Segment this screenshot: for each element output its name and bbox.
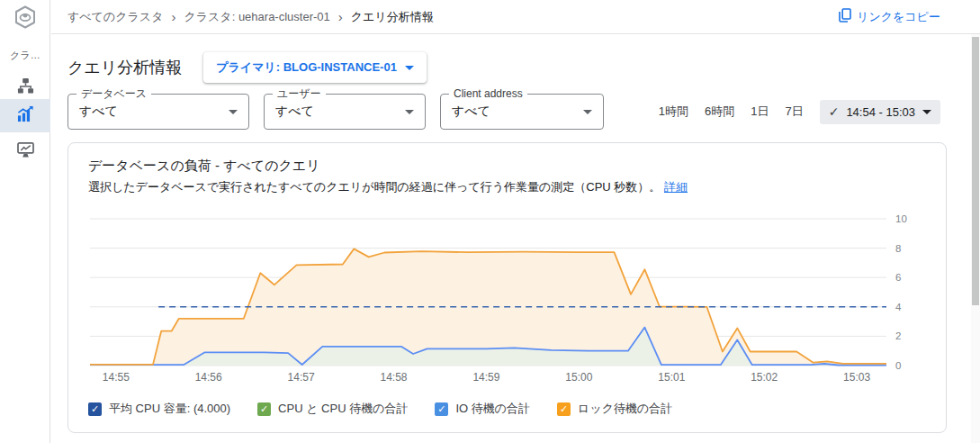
instance-selector-button[interactable]: プライマリ: BLOG-INSTANCE-01 [203, 52, 427, 83]
legend-label: CPU と CPU 待機の合計 [278, 401, 408, 417]
chevron-down-icon [405, 66, 414, 70]
user-filter-select[interactable]: ユーザー すべて [264, 94, 426, 130]
checkbox-checked-icon[interactable]: ✓ [88, 402, 102, 416]
custom-time-range-chip[interactable]: ✓ 14:54 - 15:03 [820, 100, 940, 124]
database-filter-select[interactable]: データベース すべて [67, 94, 249, 130]
sidebar-item-query-insights[interactable] [0, 99, 50, 132]
client-address-filter-value: すべて [452, 104, 490, 120]
monitoring-icon [17, 142, 34, 161]
sidebar-item-monitoring[interactable] [0, 135, 50, 168]
legend-avg-cpu-capacity[interactable]: ✓ 平均 CPU 容量: (4.000) [88, 401, 230, 417]
custom-time-range-label: 14:54 - 15:03 [846, 105, 915, 119]
alloydb-logo-icon [13, 5, 37, 29]
chevron-down-icon [922, 110, 931, 114]
legend-lock-wait[interactable]: ✓ ロック待機の合計 [557, 401, 672, 417]
query-insights-page: クラ… [0, 0, 980, 443]
database-filter-value: すべて [79, 104, 118, 120]
copy-link-button[interactable]: リンクをコピー [839, 8, 940, 25]
cluster-topology-icon [17, 77, 34, 98]
instance-selector-label: プライマリ: BLOG-INSTANCE-01 [216, 59, 397, 76]
svg-text:14:57: 14:57 [288, 371, 315, 384]
client-address-filter-select[interactable]: Client address すべて [440, 94, 604, 130]
chevron-right-icon: › [171, 10, 175, 23]
time-range-selector: 1時間 6時間 1日 7日 ✓ 14:54 - 15:03 [659, 100, 940, 124]
check-icon: ✓ [829, 104, 840, 119]
chevron-down-icon [583, 110, 592, 114]
svg-text:15:03: 15:03 [843, 371, 870, 384]
left-nav-sidebar: クラ… [0, 0, 50, 443]
client-address-filter-label: Client address [449, 87, 527, 100]
svg-text:10: 10 [895, 213, 907, 224]
chart-description-text: 選択したデータベースで実行されたすべてのクエリが時間の経過に伴って行う作業量の測… [88, 180, 661, 194]
breadcrumb-cluster[interactable]: クラスタ: uehara-cluster-01 [184, 9, 329, 25]
svg-text:14:55: 14:55 [103, 371, 130, 384]
chart-legend: ✓ 平均 CPU 容量: (4.000) ✓ CPU と CPU 待機の合計 ✓… [88, 401, 672, 417]
svg-text:8: 8 [895, 243, 901, 254]
svg-text:14:58: 14:58 [380, 371, 407, 384]
copy-link-label: リンクをコピー [857, 9, 940, 25]
user-filter-value: すべて [275, 104, 314, 120]
svg-text:15:01: 15:01 [658, 371, 685, 384]
sidebar-section-label: クラ… [0, 49, 50, 62]
page-title: クエリ分析情報 [67, 57, 182, 78]
copy-icon [839, 8, 851, 25]
breadcrumb: すべてのクラスタ › クラスタ: uehara-cluster-01 › クエリ… [67, 9, 434, 25]
checkbox-checked-icon[interactable]: ✓ [557, 402, 571, 416]
legend-label: ロック待機の合計 [578, 401, 672, 417]
database-load-card: データベースの負荷 - すべてのクエリ 選択したデータベースで実行されたすべての… [67, 142, 947, 433]
breadcrumb-bar: すべてのクラスタ › クラスタ: uehara-cluster-01 › クエリ… [51, 0, 980, 34]
chart-title: データベースの負荷 - すべてのクエリ [88, 158, 320, 175]
vertical-scrollbar-thumb[interactable] [972, 37, 979, 305]
chevron-down-icon [405, 110, 414, 114]
breadcrumb-current-page: クエリ分析情報 [351, 9, 434, 25]
time-range-6h-button[interactable]: 6時間 [705, 104, 734, 120]
legend-label: IO 待機の合計 [455, 401, 530, 417]
user-filter-label: ユーザー [273, 87, 326, 100]
time-range-1h-button[interactable]: 1時間 [659, 104, 688, 120]
legend-label: 平均 CPU 容量: (4.000) [109, 401, 230, 417]
checkbox-checked-icon[interactable]: ✓ [435, 402, 448, 416]
time-range-1d-button[interactable]: 1日 [751, 104, 769, 120]
svg-text:0: 0 [895, 360, 901, 371]
svg-text:6: 6 [895, 272, 901, 283]
svg-text:4: 4 [895, 302, 902, 312]
checkbox-checked-icon[interactable]: ✓ [257, 402, 271, 416]
svg-text:14:56: 14:56 [195, 371, 222, 384]
svg-text:14:59: 14:59 [472, 371, 499, 384]
legend-io-wait[interactable]: ✓ IO 待機の合計 [435, 401, 530, 417]
svg-text:15:00: 15:00 [565, 371, 592, 384]
database-load-chart[interactable]: 024681014:5514:5614:5714:5814:5915:0015:… [68, 208, 946, 393]
chevron-down-icon [229, 110, 238, 114]
svg-text:15:02: 15:02 [751, 371, 778, 384]
query-insights-chart-icon [17, 105, 34, 126]
chevron-right-icon: › [338, 10, 343, 23]
main-content: クエリ分析情報 プライマリ: BLOG-INSTANCE-01 データベース す… [51, 34, 980, 443]
legend-cpu-and-cpu-wait[interactable]: ✓ CPU と CPU 待機の合計 [257, 401, 408, 417]
chart-description: 選択したデータベースで実行されたすべてのクエリが時間の経過に伴って行う作業量の測… [88, 179, 688, 195]
breadcrumb-all-clusters[interactable]: すべてのクラスタ [67, 9, 163, 25]
time-range-7d-button[interactable]: 7日 [785, 104, 803, 120]
svg-text:2: 2 [895, 330, 901, 341]
vertical-scrollbar-track[interactable] [971, 34, 980, 443]
details-link[interactable]: 詳細 [664, 180, 688, 194]
database-filter-label: データベース [76, 87, 151, 100]
